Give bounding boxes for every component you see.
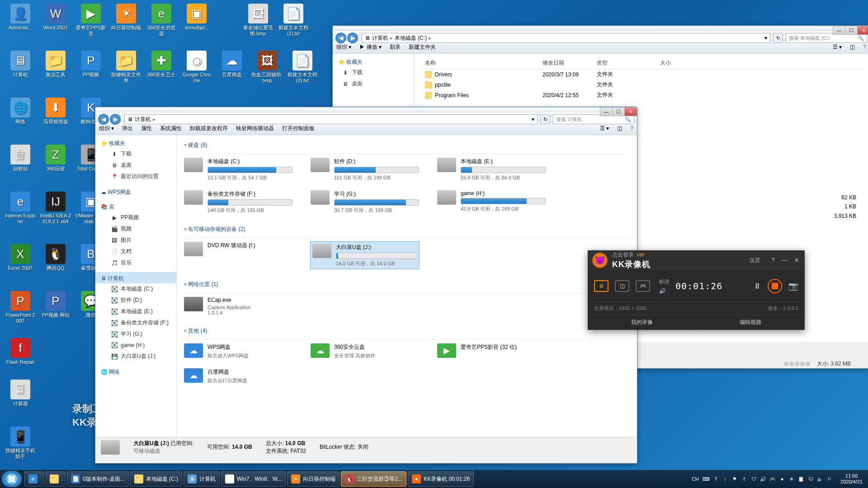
maximize-button[interactable]: ☐ [845,26,858,35]
sidebar-item[interactable]: 🖥桌面 [333,78,414,89]
sidebar-item[interactable]: 🎵音乐 [95,257,176,268]
drive-item[interactable]: 本地磁盘 (E:) 55.9 GB 可用，共 64.0 GB [437,158,546,181]
tray-icon[interactable]: 🛡 [750,475,757,483]
lang-indicator[interactable]: CH [692,476,699,482]
help-button[interactable]: ? [863,44,866,50]
view-options[interactable]: ☰ ▾ [600,125,609,131]
sidebar-item[interactable]: 📍最近访问的位置 [95,171,176,182]
maximize-button[interactable]: ☐ [612,107,625,116]
toolbar-item[interactable]: 属性 [141,125,152,132]
nav-forward-button[interactable]: ▶ [110,114,121,125]
address-bar[interactable]: 🖥计算机▸▾ [124,114,538,124]
desktop-icon[interactable]: 🖥计算机 [5,51,36,78]
drive-item[interactable]: 本地磁盘 (C:) 10.1 GB 可用，共 54.7 GB [184,158,292,181]
settings-link[interactable]: 设置 [750,257,760,264]
category-header[interactable]: ▿ 硬盘 (6) [184,139,630,154]
column-headers[interactable]: 名称 修改日期 类型 大小 [421,57,863,69]
other-item[interactable]: ☁ WPS网盘双击进入WPS网盘 [184,343,292,359]
toolbar-item[interactable]: 组织 ▾ [99,125,114,132]
close-icon[interactable]: ✕ [793,257,800,263]
sidebar-item[interactable]: 💽软件 (D:) [95,295,176,306]
sidebar-item[interactable]: 💽本地磁盘 (C:) [95,283,176,295]
desktop-icon[interactable]: ☁百度网盘 [216,51,248,78]
file-row[interactable]: ppsfile文件夹 [421,80,863,90]
clock[interactable]: 11:50 2020/4/21 [840,473,863,485]
toolbar-item[interactable]: 新建文件夹 [409,43,436,51]
file-row[interactable]: Program Files2020/4/2 12:55文件夹 [421,90,863,100]
toolbar-item[interactable]: ▶ 播放 ▾ [359,43,382,51]
nav-back-button[interactable]: ◀ [98,114,109,125]
refresh-button[interactable]: ↻ [540,114,550,124]
desktop-icon[interactable]: eInternet Explorer [5,192,36,225]
desktop-icon[interactable]: 👤Administ... [5,4,36,31]
drive-item[interactable]: game (H:) 42.8 GB 可用，共 199 GB [437,190,546,214]
other-item[interactable]: ▶ 爱奇艺PPS影音 (32 位) [437,343,546,359]
desktop-icon[interactable]: IJIntelliJ IDEA 2018.2.1 x64 [40,192,71,225]
taskbar-item[interactable]: 🖥计算机 [184,471,220,487]
taskbar-item[interactable]: 🐧三轩交流群③等2... [341,471,406,487]
sidebar-item[interactable]: 🖼图片 [95,235,176,246]
pause-button[interactable]: ⏸ [753,282,761,291]
taskbar-item[interactable]: ●KK录像机 00:01:26 [408,471,474,487]
sidebar-item[interactable]: 💽本地磁盘 (E:) [95,306,176,317]
desktop-icon[interactable]: PPP视频 [75,51,107,78]
sidebar-item[interactable]: ▶PP视频 [95,212,176,223]
tab-my-recordings[interactable]: 我的录像 [588,315,696,330]
tray-icon[interactable]: ? [712,475,719,483]
desktop-icon[interactable]: 📄新建文本文档(2).txt [278,4,309,37]
view-options[interactable]: ☰ ▾ [833,44,842,50]
category-header[interactable]: ▿ 有可移动存储的设备 (2) [184,223,630,238]
help-icon[interactable]: ? [769,257,777,263]
toolbar-item[interactable]: 卸载或更改程序 [190,125,228,132]
other-item[interactable]: ☁ 百度网盘双击运行百度网盘 [184,368,292,384]
drive-item[interactable]: 备份类文件存储 (F:) 148 GB 可用，共 195 GB [184,190,292,214]
category-header[interactable]: ▿ 网络位置 (1) [184,278,630,293]
taskbar-item[interactable]: e [24,471,44,487]
taskbar-item[interactable]: 📁本地磁盘 (C:) [130,471,182,487]
taskbar-item[interactable]: 📄0版本制作-桌面... [67,471,129,487]
drive-item[interactable]: DVD RW 驱动器 (I:) [184,242,292,269]
help-button[interactable]: ? [630,125,633,131]
desktop-icon[interactable]: Z360压缩 [40,145,71,172]
nav-forward-button[interactable]: ▶ [347,33,358,43]
minimize-button[interactable]: — [600,107,613,116]
tray-icon[interactable]: ● [778,475,786,483]
desktop-icon[interactable]: ◉Google Chrome [181,51,212,84]
sidebar-group[interactable]: ⭐ 收藏夹 [95,137,176,148]
desktop-icon[interactable]: ▶爱奇艺PPS影音 [75,4,107,37]
desktop-icon[interactable]: fFlash Repair [5,338,36,365]
desktop-icon[interactable]: ⬇迅雷精简版 [40,98,71,125]
preview-pane-button[interactable]: ◫ [850,44,855,50]
tray-icon[interactable]: ⌨ [703,475,710,483]
sidebar-group[interactable]: 🖥 计算机 [95,272,176,283]
sidebar-item[interactable]: ⬇下载 [95,148,176,160]
desktop-icon[interactable]: XExcel 2007 [5,244,36,271]
sidebar-item[interactable]: 🎬视频 [95,223,176,235]
tray-icon[interactable]: ☀ [788,475,795,483]
tray-icon[interactable]: 🎮 [769,475,776,483]
close-button[interactable]: ✕ [624,107,637,116]
taskbar-item[interactable]: ◉Win7、Win8、W... [221,471,286,487]
desktop-icon[interactable]: 📄新建文本文档(3).txt [287,51,318,84]
tray-icon[interactable]: f [741,475,748,483]
tray-icon[interactable]: 📋 [797,475,805,483]
toolbar-item[interactable]: 组织 ▾ [336,43,351,51]
mode-fullscreen-button[interactable]: 🖥 [594,280,609,292]
desktop-icon[interactable]: e360安全浏览器 [146,4,177,37]
toolbar-item[interactable]: 映射网络驱动器 [236,125,274,132]
refresh-button[interactable]: ↻ [773,33,783,43]
address-bar[interactable]: 🖥计算机▸本地磁盘 (C:)▸▾ [362,33,770,43]
taskbar-item[interactable]: ☀向日葵控制端 [287,471,340,487]
tab-edit-video[interactable]: 编辑视频 [696,315,805,330]
taskbar-item[interactable]: 📁 [46,471,66,487]
desktop-icon[interactable]: WWord 2007 [40,4,71,31]
desktop-icon[interactable]: 🖩计算器 [5,380,36,407]
close-button[interactable]: ✕ [857,26,868,35]
desktop-icon[interactable]: 📁按键精灵文件夹 [110,51,142,84]
nav-back-button[interactable]: ◀ [335,33,346,43]
minimize-icon[interactable]: — [781,257,788,263]
toolbar-item[interactable]: 打开控制面板 [282,125,315,132]
mode-region-button[interactable]: ◫ [615,280,629,292]
tray-icon[interactable]: 🔈 [816,475,824,483]
stop-record-button[interactable] [768,279,782,293]
